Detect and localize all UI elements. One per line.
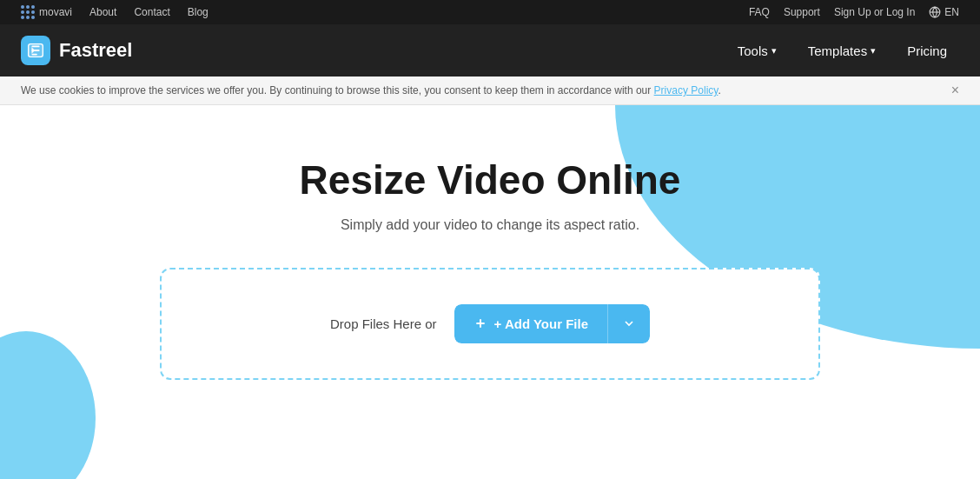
add-file-button[interactable]: + Add Your File — [454, 304, 608, 343]
brand-logo[interactable]: Fastreel — [21, 36, 132, 65]
tools-chevron-icon: ▾ — [771, 45, 777, 57]
brand-name: Fastreel — [59, 39, 132, 62]
globe-icon — [929, 6, 941, 18]
top-bar-left: movavi About Contact Blog — [21, 5, 209, 19]
drop-files-text: Drop Files Here or — [330, 316, 437, 331]
hero-content: Resize Video Online Simply add your vide… — [99, 157, 881, 268]
brand-svg-icon — [26, 41, 45, 60]
blog-link[interactable]: Blog — [188, 6, 209, 18]
circle-bottom-left-decoration — [0, 331, 96, 479]
top-bar-right: FAQ Support Sign Up or Log In EN — [749, 6, 959, 18]
upload-area: Drop Files Here or + Add Your File — [160, 268, 820, 380]
nav-links: Tools ▾ Templates ▾ Pricing — [725, 37, 959, 65]
add-file-button-group: + Add Your File — [454, 304, 651, 343]
templates-chevron-icon: ▾ — [871, 45, 876, 57]
cookie-text: We use cookies to improve the services w… — [21, 84, 721, 96]
language-selector[interactable]: EN — [929, 6, 959, 18]
movavi-logo: movavi — [21, 5, 72, 19]
faq-link[interactable]: FAQ — [749, 6, 770, 18]
privacy-policy-link[interactable]: Privacy Policy — [654, 84, 718, 96]
lang-label: EN — [944, 6, 959, 18]
top-bar: movavi About Contact Blog FAQ Support Si… — [0, 0, 980, 24]
hero-subtitle: Simply add your video to change its aspe… — [99, 217, 881, 233]
movavi-dots-icon — [21, 5, 35, 19]
signup-login-link[interactable]: Sign Up or Log In — [834, 6, 915, 18]
hero-section: Resize Video Online Simply add your vide… — [0, 105, 980, 479]
cookie-close-button[interactable]: × — [951, 83, 959, 97]
hero-title: Resize Video Online — [99, 157, 881, 203]
pricing-link[interactable]: Pricing — [895, 37, 959, 65]
chevron-down-icon — [622, 316, 636, 330]
tools-menu[interactable]: Tools ▾ — [725, 37, 789, 65]
main-nav: Fastreel Tools ▾ Templates ▾ Pricing — [0, 24, 980, 77]
add-file-dropdown-button[interactable] — [607, 304, 650, 343]
about-link[interactable]: About — [89, 6, 116, 18]
support-link[interactable]: Support — [784, 6, 820, 18]
cookie-bar: We use cookies to improve the services w… — [0, 77, 980, 105]
contact-link[interactable]: Contact — [134, 6, 169, 18]
movavi-label: movavi — [39, 6, 72, 18]
plus-icon — [473, 316, 487, 330]
fastreel-icon — [21, 36, 50, 65]
templates-menu[interactable]: Templates ▾ — [796, 37, 888, 65]
